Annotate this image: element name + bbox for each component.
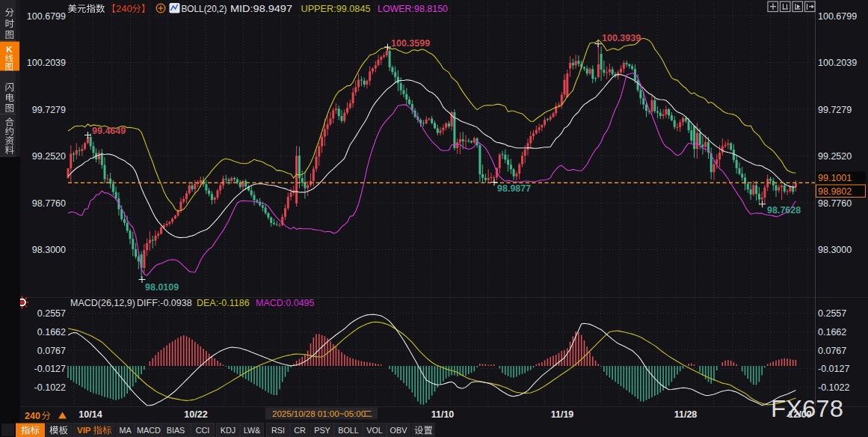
svg-text:98.0109: 98.0109 <box>145 282 179 293</box>
svg-text:CR: CR <box>294 426 306 435</box>
svg-text:-0.0127: -0.0127 <box>818 364 849 374</box>
svg-text:99.1001: 99.1001 <box>818 173 852 183</box>
svg-text:0.2557: 0.2557 <box>818 308 846 319</box>
svg-text:K: K <box>6 45 13 54</box>
svg-text:98.7628: 98.7628 <box>767 205 801 216</box>
svg-text:98.9877: 98.9877 <box>497 183 531 194</box>
svg-text:VIP: VIP <box>77 426 91 435</box>
svg-text:0.0767: 0.0767 <box>818 346 846 356</box>
svg-text:BOLL: BOLL <box>338 426 359 435</box>
svg-text:MACD:0.0495: MACD:0.0495 <box>256 298 315 308</box>
svg-text:LW&: LW& <box>244 426 261 435</box>
svg-text:100.3939: 100.3939 <box>602 33 641 43</box>
svg-text:RSI: RSI <box>271 426 285 435</box>
svg-text:99.4649: 99.4649 <box>92 126 126 136</box>
svg-text:DEA:-0.1186: DEA:-0.1186 <box>197 298 250 308</box>
svg-text:98.3000: 98.3000 <box>32 245 66 255</box>
svg-text:DIFF:-0.0938: DIFF:-0.0938 <box>137 298 192 308</box>
svg-text:0.0767: 0.0767 <box>37 346 66 356</box>
svg-text:-0.1022: -0.1022 <box>34 382 66 393</box>
svg-text:99.7279: 99.7279 <box>818 105 852 115</box>
svg-text:240: 240 <box>25 411 40 421</box>
svg-text:0.2557: 0.2557 <box>37 308 66 319</box>
svg-text:99.2520: 99.2520 <box>818 151 852 162</box>
svg-text:-0.1022: -0.1022 <box>818 382 849 393</box>
svg-text:FX678: FX678 <box>771 396 843 421</box>
svg-text:11/10: 11/10 <box>431 409 455 420</box>
svg-text:UPPER:99.0845: UPPER:99.0845 <box>301 3 371 14</box>
svg-text:MACD: MACD <box>137 426 161 435</box>
svg-text:100.2039: 100.2039 <box>27 58 66 68</box>
svg-text:100.6799: 100.6799 <box>27 11 66 22</box>
svg-text:240: 240 <box>116 3 132 14</box>
svg-text:CCI: CCI <box>196 426 210 435</box>
svg-text:11/19: 11/19 <box>551 409 574 420</box>
svg-text:99.2520: 99.2520 <box>32 151 66 162</box>
svg-text:LOWER:98.8150: LOWER:98.8150 <box>378 3 448 14</box>
svg-text:98.3000: 98.3000 <box>818 245 852 255</box>
svg-text:100.3599: 100.3599 <box>391 38 430 49</box>
svg-text:PSY: PSY <box>314 426 330 435</box>
svg-text:0.1662: 0.1662 <box>37 327 66 337</box>
svg-text:98.9802: 98.9802 <box>818 186 852 197</box>
svg-text:MACD(26,12,9): MACD(26,12,9) <box>70 298 135 308</box>
svg-text:98.7760: 98.7760 <box>32 198 66 209</box>
svg-text:2025/10/28 01:00~05:00: 2025/10/28 01:00~05:00 <box>272 409 366 418</box>
svg-text:100.6799: 100.6799 <box>818 11 857 22</box>
svg-text:0.1662: 0.1662 <box>818 327 846 337</box>
svg-text:100.2039: 100.2039 <box>818 58 857 68</box>
svg-text:MID:98.9497: MID:98.9497 <box>230 3 292 14</box>
svg-text:11/28: 11/28 <box>674 409 698 420</box>
svg-text:OBV: OBV <box>390 426 408 435</box>
svg-text:-0.0127: -0.0127 <box>34 364 66 374</box>
svg-text:99.7279: 99.7279 <box>32 105 66 115</box>
svg-text:KDJ: KDJ <box>221 426 236 435</box>
svg-text:MA: MA <box>119 426 132 435</box>
svg-text:98.7760: 98.7760 <box>818 198 852 209</box>
svg-text:10/14: 10/14 <box>79 409 102 420</box>
svg-text:BIAS: BIAS <box>167 426 185 435</box>
svg-text:10/22: 10/22 <box>184 409 207 420</box>
svg-text:VOL: VOL <box>366 426 383 435</box>
svg-text:BOLL(20,2): BOLL(20,2) <box>182 3 227 14</box>
